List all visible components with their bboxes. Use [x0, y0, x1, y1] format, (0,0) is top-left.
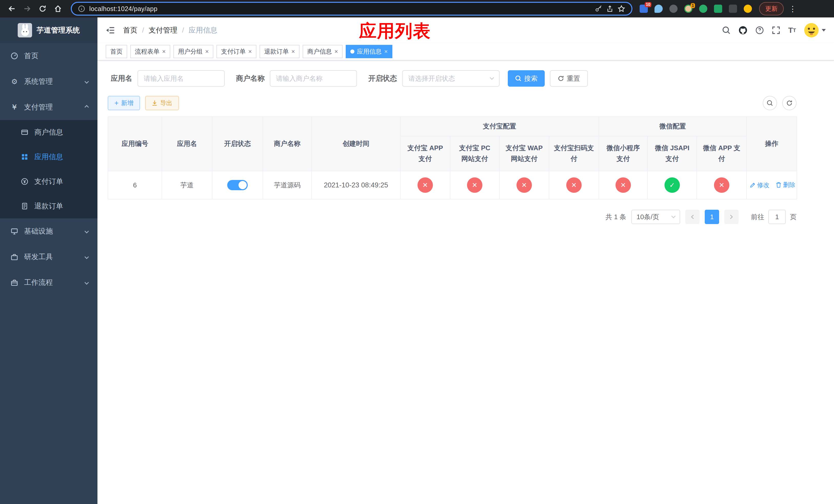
tags-view-bar: 首页 流程表单× 用户分组× 支付订单× 退款订单× 商户信息× 应用信息×	[97, 43, 834, 61]
delete-link[interactable]: 删除	[776, 181, 795, 189]
top-navbar: 首页 / 支付管理 / 应用信息	[97, 18, 834, 43]
page-size-select[interactable]: 10条/页	[631, 210, 680, 224]
app-table: 应用编号 应用名 开启状态 商户名称 创建时间 支付宝配置 微信配置 操作 支付…	[108, 116, 797, 200]
sidebar-item-pay-order[interactable]: 支付订单	[0, 169, 97, 194]
chevron-down-icon	[822, 29, 826, 31]
tab-app-info[interactable]: 应用信息×	[346, 45, 392, 58]
extension-icon-3[interactable]	[670, 5, 678, 13]
refresh-table-button[interactable]	[782, 96, 796, 110]
col-alipay-app: 支付宝 APP 支付	[400, 136, 450, 171]
tab-user-group[interactable]: 用户分组×	[173, 45, 213, 58]
close-icon[interactable]: ×	[291, 48, 295, 54]
sidebar-fold-icon[interactable]	[106, 26, 115, 35]
sidebar-item-app-info[interactable]: 应用信息	[0, 144, 97, 169]
sidebar-item-label: 支付管理	[24, 102, 53, 112]
tab-refund-order[interactable]: 退款订单×	[260, 45, 300, 58]
reset-button[interactable]: 重置	[550, 70, 588, 87]
extension-icon-7[interactable]	[729, 5, 737, 13]
edit-link[interactable]: 修改	[750, 181, 769, 189]
app-name-label: 应用名	[111, 74, 132, 83]
prev-page-button[interactable]	[685, 210, 700, 224]
share-icon[interactable]	[606, 5, 613, 12]
address-bar[interactable]: localhost:1024/pay/app	[71, 2, 632, 16]
user-avatar[interactable]	[804, 23, 826, 38]
reset-button-label: 重置	[567, 74, 580, 83]
cell-merchant: 芋道源码	[263, 171, 312, 199]
browser-update-button[interactable]: 更新	[759, 2, 784, 15]
breadcrumb-separator: /	[142, 26, 144, 35]
toggle-search-button[interactable]	[763, 96, 777, 110]
trash-icon	[776, 182, 782, 188]
extension-icon-8[interactable]	[744, 5, 752, 13]
cell-wx-mini	[599, 171, 648, 199]
reload-icon[interactable]	[36, 2, 49, 15]
extension-icon-2[interactable]	[655, 5, 663, 13]
page-unit-label: 页	[790, 212, 796, 222]
merchant-name-input[interactable]	[270, 70, 357, 87]
close-icon[interactable]: ×	[334, 48, 338, 54]
app-logo[interactable]: 芋道管理系统	[0, 18, 97, 43]
sidebar-item-dev-tools[interactable]: 研发工具	[0, 244, 97, 270]
next-page-button[interactable]	[724, 210, 739, 224]
close-icon[interactable]: ×	[248, 48, 252, 54]
chevron-down-icon	[85, 280, 89, 285]
help-icon[interactable]	[755, 26, 764, 35]
status-toggle[interactable]	[227, 180, 248, 190]
status-select[interactable]: 请选择开启状态	[402, 70, 500, 87]
password-key-icon[interactable]	[595, 5, 602, 12]
github-icon[interactable]	[738, 26, 748, 35]
fullscreen-icon[interactable]	[772, 26, 781, 35]
sidebar-item-system[interactable]: ⚙ 系统管理	[0, 69, 97, 94]
filter-form: 应用名 商户名称 开启状态 请选择开启状态	[108, 70, 824, 87]
extension-icon-1[interactable]: 10	[640, 5, 648, 13]
extension-icon-5[interactable]	[699, 5, 707, 13]
bookmark-star-icon[interactable]	[618, 5, 625, 13]
sidebar-item-infrastructure[interactable]: 基础设施	[0, 219, 97, 244]
tab-pay-order[interactable]: 支付订单×	[216, 45, 257, 58]
tab-label: 商户信息	[307, 47, 332, 55]
sidebar-item-merchant-info[interactable]: 商户信息	[0, 120, 97, 144]
font-size-icon[interactable]: TT	[788, 26, 796, 35]
cell-wx-app	[697, 171, 747, 199]
payment-submenu: 商户信息 应用信息 支付订单	[0, 120, 97, 219]
tab-merchant-info[interactable]: 商户信息×	[303, 45, 343, 58]
sidebar-item-workflow[interactable]: 工作流程	[0, 270, 97, 295]
home-icon[interactable]	[51, 2, 65, 15]
pencil-icon	[750, 182, 755, 188]
col-wx-app: 微信 APP 支付	[697, 136, 747, 171]
total-count: 共 1 条	[606, 212, 626, 222]
page-number-1[interactable]: 1	[705, 210, 719, 224]
app-name-input[interactable]	[137, 70, 225, 87]
back-icon[interactable]	[5, 2, 19, 15]
sidebar-item-refund-order[interactable]: 退款订单	[0, 194, 97, 219]
page-size-value: 10条/页	[637, 212, 659, 222]
site-info-icon[interactable]	[78, 5, 85, 12]
export-button[interactable]: 导出	[145, 96, 179, 110]
search-icon[interactable]	[722, 26, 731, 35]
app-layout: 芋道管理系统 首页 ⚙ 系统管理 ￥ 支付管理	[0, 18, 834, 504]
close-icon[interactable]: ×	[384, 48, 388, 54]
forward-icon[interactable]	[21, 2, 34, 15]
add-button[interactable]: + 新增	[108, 96, 140, 110]
tab-process-form[interactable]: 流程表单×	[130, 45, 170, 58]
extension-icon-4[interactable]: 1	[684, 5, 693, 13]
browser-menu-icon[interactable]: ⋮	[789, 4, 796, 13]
sidebar-item-home[interactable]: 首页	[0, 43, 97, 69]
url-text[interactable]: localhost:1024/pay/app	[89, 5, 157, 13]
close-icon[interactable]: ×	[205, 48, 209, 54]
close-icon[interactable]: ×	[162, 48, 166, 54]
search-button[interactable]: 搜索	[508, 70, 545, 87]
sidebar: 芋道管理系统 首页 ⚙ 系统管理 ￥ 支付管理	[0, 18, 97, 504]
fail-status-icon	[615, 177, 631, 193]
add-button-label: 新增	[121, 99, 133, 107]
breadcrumb-payment[interactable]: 支付管理	[149, 25, 177, 35]
tab-home[interactable]: 首页	[106, 45, 127, 58]
fail-status-icon	[467, 177, 482, 193]
breadcrumb-home[interactable]: 首页	[123, 25, 137, 35]
extension-icon-6[interactable]	[714, 5, 722, 13]
sidebar-item-payment[interactable]: ￥ 支付管理	[0, 94, 97, 120]
goto-page-input[interactable]	[768, 210, 786, 224]
cell-alipay-pc	[450, 171, 499, 199]
col-status: 开启状态	[212, 117, 263, 171]
browser-toolbar: localhost:1024/pay/app 10 1 更新 ⋮	[0, 0, 834, 18]
